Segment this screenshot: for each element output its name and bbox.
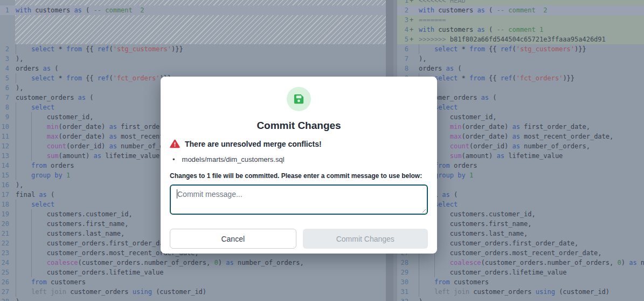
code-text: customers.customer_id, <box>417 209 644 219</box>
commit-changes-button[interactable]: Commit Changes <box>303 229 428 249</box>
code-text: ), <box>417 83 644 93</box>
line-number: 5 <box>397 35 410 44</box>
line-number: 23 <box>0 248 15 258</box>
code-text: left join customer_orders using (custome… <box>417 287 644 297</box>
line-number: 14 <box>0 161 15 170</box>
conflict-file-item: • models/marts/dim_customers.sql <box>172 155 428 163</box>
warning-icon <box>170 139 180 148</box>
code-line[interactable]: 7), <box>397 54 644 64</box>
line-number: 11 <box>0 132 15 141</box>
code-text: group by 1 <box>417 170 644 180</box>
code-line[interactable]: 25 customer_orders.lifetime_value <box>0 268 386 277</box>
text-cursor <box>177 189 177 199</box>
diff-added-marker <box>410 287 417 297</box>
line-number: 28 <box>0 297 15 301</box>
line-number: 16 <box>0 180 15 190</box>
code-line[interactable]: 31 left join customer_orders using (cust… <box>397 287 644 297</box>
code-line[interactable]: 6 select * from {{ ref('stg_customers')}… <box>397 44 644 54</box>
code-line[interactable]: 3), <box>0 54 386 64</box>
code-line[interactable]: 5+>>>>>>> b81f802a66fd544504c65721e3ffaa… <box>397 35 644 44</box>
collapsed-unchanged-region <box>15 15 386 44</box>
line-number: 31 <box>397 287 410 297</box>
code-text: max(order_date) as most_recent_order_dat… <box>417 132 644 141</box>
cancel-button[interactable]: Cancel <box>170 229 296 249</box>
line-number: 7 <box>0 93 15 102</box>
line-number: 6 <box>0 83 15 93</box>
code-text: sum(amount) as lifetime_value <box>417 151 644 161</box>
code-line[interactable]: 29 customer_orders.lifetime_value <box>397 268 644 277</box>
line-number: 1 <box>0 5 15 15</box>
line-number: 3 <box>397 15 410 25</box>
line-number: 9 <box>0 112 15 122</box>
code-line[interactable]: 32) <box>397 297 644 301</box>
code-line[interactable]: 1with customers as ( -- comment 2 <box>0 5 386 15</box>
line-number: 32 <box>397 297 410 301</box>
line-number: 4 <box>0 64 15 73</box>
line-number: 4 <box>397 25 410 35</box>
code-text: with customers as ( -- comment 2 <box>417 5 644 15</box>
line-number: 2 <box>397 5 410 15</box>
line-number: 15 <box>0 170 15 180</box>
code-text: select * from {{ ref('stg_customers')}} <box>417 44 644 54</box>
code-text: select <box>417 102 644 112</box>
save-icon <box>287 87 311 111</box>
code-line[interactable]: 4orders as ( <box>0 64 386 73</box>
code-line[interactable]: 24 coalesce(customer_orders.number_of_or… <box>0 258 386 268</box>
code-text: customer_orders.lifetime_value <box>15 268 386 277</box>
code-text: min(order_date) as first_order_date, <box>417 122 644 132</box>
line-number: 8 <box>0 102 15 112</box>
code-line[interactable]: 2 select * from {{ ref('stg_customers')}… <box>0 44 386 54</box>
line-number: 28 <box>397 258 410 268</box>
code-text: left join customer_orders using (custome… <box>15 287 386 297</box>
code-line[interactable]: 30 from customers <box>397 277 644 287</box>
code-text: ) <box>417 297 644 301</box>
conflict-file-name: models/marts/dim_customers.sql <box>182 155 285 163</box>
warning-text: There are unresolved merge conflicts! <box>185 140 322 148</box>
code-text: customers.last_name, <box>417 229 644 238</box>
modal-title: Commit Changes <box>161 120 437 132</box>
code-text: customers.first_name, <box>417 219 644 229</box>
code-text: orders as ( <box>15 64 386 73</box>
line-number: 10 <box>0 122 15 132</box>
code-text: with customers as ( -- comment 2 <box>15 5 386 15</box>
code-line[interactable]: 1+<<<<<<< HEAD <box>397 0 644 5</box>
code-text: coalesce(customer_orders.number_of_order… <box>417 258 644 268</box>
diff-added-marker <box>410 297 417 301</box>
diff-added-marker <box>410 268 417 277</box>
line-number: 5 <box>0 73 15 83</box>
line-number: 1 <box>397 0 410 5</box>
commit-message-input[interactable] <box>170 184 428 215</box>
commit-changes-modal: Commit Changes There are unresolved merg… <box>161 77 437 254</box>
code-text: from orders <box>417 161 644 170</box>
code-text: with customers as ( -- comment 1 <box>417 25 644 35</box>
line-number: 26 <box>0 277 15 287</box>
code-line[interactable]: 8orders as ( <box>397 64 644 73</box>
line-number: 25 <box>0 268 15 277</box>
line-number: 7 <box>397 54 410 64</box>
diff-added-marker: + <box>410 35 417 44</box>
code-text: from customers <box>417 277 644 287</box>
diff-added-marker <box>410 64 417 73</box>
code-line[interactable]: 28 coalesce(customer_orders.number_of_or… <box>397 258 644 268</box>
code-text: select * from {{ ref('stg_customers')}} <box>15 44 386 54</box>
code-text: coalesce(customer_orders.number_of_order… <box>15 258 386 268</box>
commit-instruction: Changes to 1 file will be committed. Ple… <box>170 172 428 180</box>
diff-added-marker <box>410 277 417 287</box>
code-text: ), <box>417 180 644 190</box>
line-number: 20 <box>0 219 15 229</box>
code-text: customer_orders.most_recent_order_date, <box>417 248 644 258</box>
line-number: 24 <box>0 258 15 268</box>
line-number: 8 <box>397 64 410 73</box>
code-line[interactable]: 27 left join customer_orders using (cust… <box>0 287 386 297</box>
code-line[interactable]: 28) <box>0 297 386 301</box>
line-number: 13 <box>0 151 15 161</box>
code-text: <<<<<<< HEAD <box>417 0 644 5</box>
code-line[interactable]: 4+with customers as ( -- comment 1 <box>397 25 644 35</box>
code-line[interactable]: 2with customers as ( -- comment 2 <box>397 5 644 15</box>
code-line[interactable]: 3+======= <box>397 15 644 25</box>
code-text: from customers <box>15 277 386 287</box>
diff-added-marker <box>410 44 417 54</box>
code-line[interactable]: 26 from customers <box>0 277 386 287</box>
collapsed-unchanged-region <box>15 0 386 5</box>
line-number: 27 <box>0 287 15 297</box>
